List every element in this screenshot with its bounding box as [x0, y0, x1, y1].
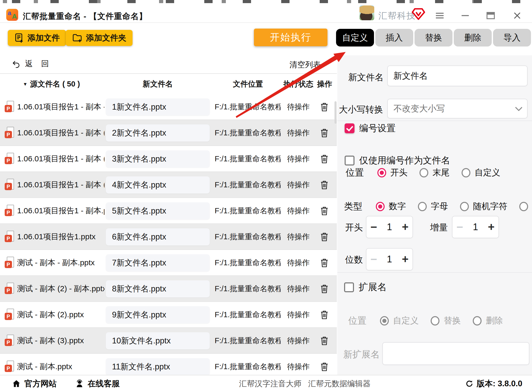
clear-list-button[interactable]: 清空列表	[288, 59, 322, 70]
digits-label: 位数	[345, 254, 363, 266]
new-filename-field[interactable]: 9新文件名.pptx	[106, 306, 210, 323]
delete-row-button[interactable]	[319, 128, 330, 139]
file-location: F:/1.批量重命名教程/PP	[215, 276, 281, 301]
delete-row-button[interactable]	[319, 257, 330, 269]
file-location: F:/1.批量重命名教程/PP	[215, 302, 281, 327]
source-filename: 1.06.01项目报告1 - 副本 (2) - 副	[17, 120, 104, 145]
new-filename-field[interactable]: 5新文件名.pptx	[106, 202, 210, 220]
delete-row-button[interactable]	[319, 205, 330, 217]
title-bar: aA 汇帮批量重命名 - 【文件重命名】 汇帮科技	[0, 3, 532, 23]
new-filename-field[interactable]: 11新文件名.pptx	[106, 358, 210, 375]
file-location: F:/1.批量重命名教程/PP	[215, 198, 281, 223]
source-filename: 测试 - 副本 (2) - 副本.pptx	[17, 276, 104, 301]
radio-unselected-icon	[460, 202, 469, 211]
tab-5[interactable]: 导入	[493, 29, 531, 46]
new-filename-field[interactable]: 7新文件名.pptx	[106, 254, 210, 271]
delete-row-button[interactable]	[319, 231, 330, 243]
tab-4[interactable]: 删除	[454, 29, 492, 46]
back-button[interactable]: 返 回	[10, 58, 54, 69]
trash-icon	[320, 284, 329, 294]
powerpoint-file-icon: P	[5, 153, 15, 165]
delete-row-button[interactable]	[319, 361, 330, 373]
extension-position-label: 位置	[348, 315, 366, 327]
online-support-link[interactable]: 在线客服	[74, 375, 121, 392]
radio-selected-icon	[380, 316, 389, 325]
new-filename-field[interactable]: 6新文件名.pptx	[106, 228, 210, 245]
increment-button[interactable]: +	[398, 249, 412, 270]
tab-3[interactable]: 替换	[415, 29, 452, 46]
official-site-link[interactable]: 官方网站	[10, 375, 58, 392]
version-area: 版本: 3.8.0.0	[465, 375, 522, 392]
column-header-source[interactable]: ▼源文件名 ( 50 )	[23, 74, 80, 94]
file-row: P 1.06.01项目报告1 - 副本 (3).ppt 4新文件名.pptx F…	[0, 172, 337, 198]
add-folder-button[interactable]: 添加文件夹	[66, 30, 133, 46]
official-site-label: 官方网站	[24, 378, 57, 389]
brand-avatar	[359, 5, 374, 20]
source-filename: 测试 - 副本.pptx	[17, 354, 104, 375]
delete-row-button[interactable]	[319, 154, 330, 165]
delete-row-button[interactable]	[319, 180, 330, 191]
new-name-input[interactable]	[387, 65, 528, 86]
extension-options: 自定义替换删除	[380, 315, 515, 327]
undo-icon	[12, 60, 20, 68]
refresh-icon[interactable]	[465, 380, 474, 388]
status-text: 待操作	[282, 224, 314, 249]
numbering-label: 编号设置	[359, 122, 396, 134]
new-filename-field[interactable]: 3新文件名.pptx	[106, 150, 210, 168]
extension-label: 扩展名	[359, 281, 387, 294]
decrement-button[interactable]: −	[366, 249, 381, 270]
run-button[interactable]: 开始执行	[254, 29, 327, 46]
metadata-editor-link[interactable]: 汇帮元数据编辑器	[307, 375, 372, 392]
chevron-down-icon	[515, 104, 522, 111]
radio-option[interactable]: 数字	[376, 201, 406, 212]
increment-button[interactable]: +	[484, 216, 498, 238]
list-scrollbar[interactable]	[334, 101, 337, 124]
file-location: F:/1.批量重命名教程/PP	[215, 224, 281, 249]
tab-2[interactable]: 插入	[375, 29, 413, 46]
extension-checkbox-row[interactable]: 扩展名	[344, 281, 387, 294]
increment-label: 增量	[430, 222, 448, 234]
new-filename-field[interactable]: 10新文件名.pptx	[106, 332, 210, 349]
settings-panel: 新文件名 大小写转换 不改变大小写 编号设置 仅使用编号作为文件名 位置 开头末…	[337, 55, 532, 375]
new-filename-field[interactable]: 2新文件名.pptx	[106, 124, 210, 142]
radio-option[interactable]: 字母	[418, 201, 448, 212]
radio-option[interactable]: 末尾	[419, 167, 450, 178]
radio-option: 删除	[473, 315, 503, 327]
delete-row-button[interactable]	[319, 309, 330, 321]
powerpoint-file-icon: P	[5, 257, 15, 269]
maximize-button[interactable]	[484, 9, 497, 22]
radio-option[interactable]: 自定义	[462, 167, 500, 178]
close-button[interactable]	[511, 9, 523, 22]
new-filename-field[interactable]: 4新文件名.pptx	[106, 176, 210, 194]
tab-1[interactable]: 自定义	[336, 29, 374, 46]
status-text: 待操作	[282, 250, 314, 275]
add-file-button[interactable]: 添加文件	[8, 30, 66, 46]
vip-badge-icon[interactable]	[412, 8, 425, 20]
radio-label: 字母	[431, 201, 448, 212]
start-number-label: 开头	[345, 222, 363, 234]
delete-row-button[interactable]	[319, 283, 330, 295]
stepper-value: 1	[381, 254, 398, 265]
type-radio-row: 类型 数字字母随机字符时间	[344, 200, 532, 212]
pinyin-master-link[interactable]: 汇帮汉字注音大师	[238, 375, 303, 392]
new-filename-field[interactable]: 1新文件名.pptx	[106, 98, 210, 116]
minimize-button[interactable]	[459, 9, 471, 22]
only-number-checkbox-row[interactable]: 仅使用编号作为文件名	[345, 154, 450, 167]
radio-option[interactable]: 随机字符	[460, 201, 507, 212]
radio-option[interactable]: 开头	[377, 167, 408, 178]
menu-button[interactable]	[434, 9, 446, 22]
numbering-checkbox-row[interactable]: 编号设置	[345, 122, 396, 134]
delete-row-button[interactable]	[319, 335, 330, 347]
decrement-button[interactable]: −	[452, 216, 467, 238]
decrement-button[interactable]: −	[366, 216, 381, 238]
clear-list-label: 清空列表	[290, 60, 321, 69]
column-header-status: 执行状态	[282, 74, 314, 94]
radio-option[interactable]: 时间	[519, 201, 532, 212]
delete-row-button[interactable]	[319, 102, 330, 113]
increment-button[interactable]: +	[398, 216, 412, 238]
new-filename-field[interactable]: 8新文件名.pptx	[106, 280, 210, 297]
source-filename: 1.06.01项目报告1 - 副本 (3).ppt	[17, 172, 104, 197]
new-extension-input[interactable]	[382, 342, 529, 365]
file-location: F:/1.批量重命名教程/PP	[215, 328, 281, 353]
case-convert-select[interactable]: 不改变大小写	[387, 99, 528, 118]
